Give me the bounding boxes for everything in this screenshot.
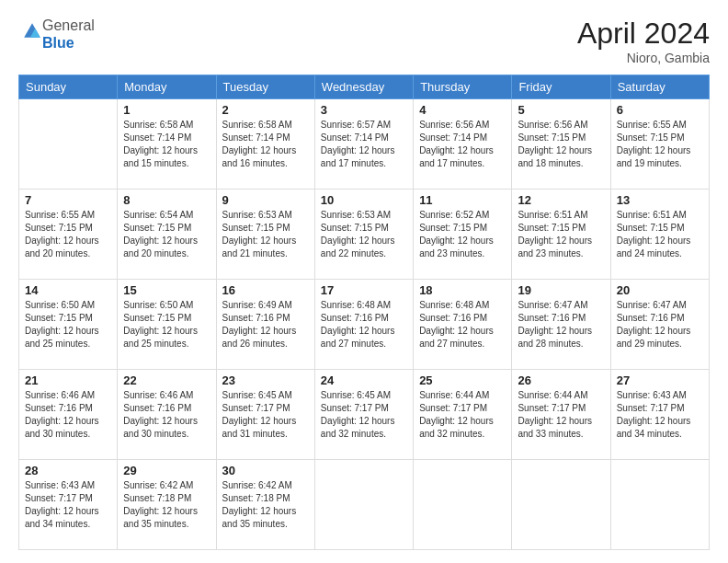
logo-general: General (42, 17, 95, 33)
cell-w5-d7 (610, 460, 709, 550)
day-number: 28 (25, 464, 111, 477)
day-info: Sunrise: 6:53 AM Sunset: 7:15 PM Dayligh… (222, 209, 309, 260)
header-friday: Friday (512, 75, 610, 99)
day-number: 8 (123, 193, 210, 207)
header-monday: Monday (118, 75, 216, 99)
logo-text: General Blue (42, 17, 95, 52)
day-number: 19 (518, 283, 604, 297)
cell-w4-d1: 21Sunrise: 6:46 AM Sunset: 7:16 PM Dayli… (19, 370, 118, 460)
cell-w3-d1: 14Sunrise: 6:50 AM Sunset: 7:15 PM Dayli… (19, 280, 118, 370)
cell-w3-d7: 20Sunrise: 6:47 AM Sunset: 7:16 PM Dayli… (610, 280, 709, 370)
cell-w5-d5 (414, 460, 512, 550)
day-info: Sunrise: 6:45 AM Sunset: 7:17 PM Dayligh… (321, 389, 407, 441)
day-info: Sunrise: 6:51 AM Sunset: 7:15 PM Dayligh… (518, 209, 604, 260)
header-saturday: Saturday (610, 75, 709, 99)
day-info: Sunrise: 6:42 AM Sunset: 7:18 PM Dayligh… (123, 479, 210, 531)
day-info: Sunrise: 6:51 AM Sunset: 7:15 PM Dayligh… (617, 209, 703, 260)
cell-w5-d6 (512, 460, 610, 550)
day-info: Sunrise: 6:50 AM Sunset: 7:15 PM Dayligh… (25, 299, 111, 350)
day-number: 20 (617, 283, 703, 297)
day-number: 12 (518, 193, 604, 207)
cell-w4-d4: 24Sunrise: 6:45 AM Sunset: 7:17 PM Dayli… (314, 370, 413, 460)
cell-w4-d2: 22Sunrise: 6:46 AM Sunset: 7:16 PM Dayli… (118, 370, 216, 460)
calendar-table: Sunday Monday Tuesday Wednesday Thursday… (18, 75, 710, 550)
week-row-1: 1Sunrise: 6:58 AM Sunset: 7:14 PM Daylig… (19, 99, 710, 190)
day-info: Sunrise: 6:47 AM Sunset: 7:16 PM Dayligh… (518, 299, 604, 350)
cell-w2-d5: 11Sunrise: 6:52 AM Sunset: 7:15 PM Dayli… (414, 190, 512, 280)
cell-w3-d6: 19Sunrise: 6:47 AM Sunset: 7:16 PM Dayli… (512, 280, 610, 370)
cell-w1-d7: 6Sunrise: 6:55 AM Sunset: 7:15 PM Daylig… (610, 99, 709, 190)
cell-w2-d6: 12Sunrise: 6:51 AM Sunset: 7:15 PM Dayli… (512, 190, 610, 280)
day-number: 6 (617, 103, 703, 117)
day-info: Sunrise: 6:54 AM Sunset: 7:15 PM Dayligh… (123, 209, 210, 260)
day-info: Sunrise: 6:58 AM Sunset: 7:14 PM Dayligh… (123, 119, 210, 170)
day-info: Sunrise: 6:55 AM Sunset: 7:15 PM Dayligh… (617, 119, 703, 170)
day-number: 14 (25, 283, 111, 297)
logo-icon (22, 20, 42, 40)
week-row-5: 28Sunrise: 6:43 AM Sunset: 7:17 PM Dayli… (19, 460, 710, 550)
day-number: 18 (419, 283, 506, 297)
day-number: 2 (222, 103, 309, 117)
day-number: 11 (419, 193, 506, 207)
day-info: Sunrise: 6:46 AM Sunset: 7:16 PM Dayligh… (25, 389, 111, 441)
day-number: 13 (617, 193, 703, 207)
day-info: Sunrise: 6:49 AM Sunset: 7:16 PM Dayligh… (222, 299, 309, 350)
day-info: Sunrise: 6:47 AM Sunset: 7:16 PM Dayligh… (617, 299, 703, 350)
header-sunday: Sunday (19, 75, 118, 99)
page: General Blue April 2024 Nioro, Gambia Su… (0, 0, 728, 563)
day-number: 15 (123, 283, 210, 297)
day-info: Sunrise: 6:43 AM Sunset: 7:17 PM Dayligh… (617, 389, 703, 441)
day-info: Sunrise: 6:56 AM Sunset: 7:15 PM Dayligh… (518, 119, 604, 170)
cell-w3-d2: 15Sunrise: 6:50 AM Sunset: 7:15 PM Dayli… (118, 280, 216, 370)
header-thursday: Thursday (414, 75, 512, 99)
day-info: Sunrise: 6:48 AM Sunset: 7:16 PM Dayligh… (419, 299, 506, 350)
cell-w4-d3: 23Sunrise: 6:45 AM Sunset: 7:17 PM Dayli… (216, 370, 314, 460)
day-number: 1 (123, 103, 210, 117)
days-header-row: Sunday Monday Tuesday Wednesday Thursday… (19, 75, 710, 99)
cell-w4-d7: 27Sunrise: 6:43 AM Sunset: 7:17 PM Dayli… (610, 370, 709, 460)
header: General Blue April 2024 Nioro, Gambia (18, 17, 710, 65)
day-info: Sunrise: 6:46 AM Sunset: 7:16 PM Dayligh… (123, 389, 210, 441)
week-row-4: 21Sunrise: 6:46 AM Sunset: 7:16 PM Dayli… (19, 370, 710, 460)
cell-w5-d2: 29Sunrise: 6:42 AM Sunset: 7:18 PM Dayli… (118, 460, 216, 550)
day-number: 10 (321, 193, 407, 207)
day-number: 21 (25, 373, 111, 387)
day-number: 9 (222, 193, 309, 207)
header-tuesday: Tuesday (216, 75, 314, 99)
day-info: Sunrise: 6:44 AM Sunset: 7:17 PM Dayligh… (518, 389, 604, 441)
cell-w5-d1: 28Sunrise: 6:43 AM Sunset: 7:17 PM Dayli… (19, 460, 118, 550)
day-info: Sunrise: 6:53 AM Sunset: 7:15 PM Dayligh… (321, 209, 407, 260)
day-info: Sunrise: 6:57 AM Sunset: 7:14 PM Dayligh… (321, 119, 407, 170)
cell-w2-d1: 7Sunrise: 6:55 AM Sunset: 7:15 PM Daylig… (19, 190, 118, 280)
day-info: Sunrise: 6:50 AM Sunset: 7:15 PM Dayligh… (123, 299, 210, 350)
cell-w5-d3: 30Sunrise: 6:42 AM Sunset: 7:18 PM Dayli… (216, 460, 314, 550)
week-row-2: 7Sunrise: 6:55 AM Sunset: 7:15 PM Daylig… (19, 190, 710, 280)
day-number: 5 (518, 103, 604, 117)
cell-w1-d6: 5Sunrise: 6:56 AM Sunset: 7:15 PM Daylig… (512, 99, 610, 190)
location: Nioro, Gambia (577, 51, 710, 65)
title-block: April 2024 Nioro, Gambia (577, 17, 710, 65)
day-number: 29 (123, 464, 210, 477)
cell-w3-d4: 17Sunrise: 6:48 AM Sunset: 7:16 PM Dayli… (314, 280, 413, 370)
day-info: Sunrise: 6:52 AM Sunset: 7:15 PM Dayligh… (419, 209, 506, 260)
day-info: Sunrise: 6:55 AM Sunset: 7:15 PM Dayligh… (25, 209, 111, 260)
week-row-3: 14Sunrise: 6:50 AM Sunset: 7:15 PM Dayli… (19, 280, 710, 370)
cell-w4-d5: 25Sunrise: 6:44 AM Sunset: 7:17 PM Dayli… (414, 370, 512, 460)
cell-w2-d3: 9Sunrise: 6:53 AM Sunset: 7:15 PM Daylig… (216, 190, 314, 280)
day-info: Sunrise: 6:56 AM Sunset: 7:14 PM Dayligh… (419, 119, 506, 170)
day-number: 16 (222, 283, 309, 297)
cell-w4-d6: 26Sunrise: 6:44 AM Sunset: 7:17 PM Dayli… (512, 370, 610, 460)
month-year: April 2024 (577, 17, 710, 51)
cell-w2-d7: 13Sunrise: 6:51 AM Sunset: 7:15 PM Dayli… (610, 190, 709, 280)
day-info: Sunrise: 6:42 AM Sunset: 7:18 PM Dayligh… (222, 479, 309, 531)
day-info: Sunrise: 6:44 AM Sunset: 7:17 PM Dayligh… (419, 389, 506, 441)
cell-w1-d4: 3Sunrise: 6:57 AM Sunset: 7:14 PM Daylig… (314, 99, 413, 190)
cell-w2-d4: 10Sunrise: 6:53 AM Sunset: 7:15 PM Dayli… (314, 190, 413, 280)
day-number: 27 (617, 373, 703, 387)
day-number: 30 (222, 464, 309, 477)
cell-w2-d2: 8Sunrise: 6:54 AM Sunset: 7:15 PM Daylig… (118, 190, 216, 280)
day-number: 24 (321, 373, 407, 387)
day-info: Sunrise: 6:43 AM Sunset: 7:17 PM Dayligh… (25, 479, 111, 531)
cell-w1-d3: 2Sunrise: 6:58 AM Sunset: 7:14 PM Daylig… (216, 99, 314, 190)
logo-blue: Blue (42, 35, 74, 51)
